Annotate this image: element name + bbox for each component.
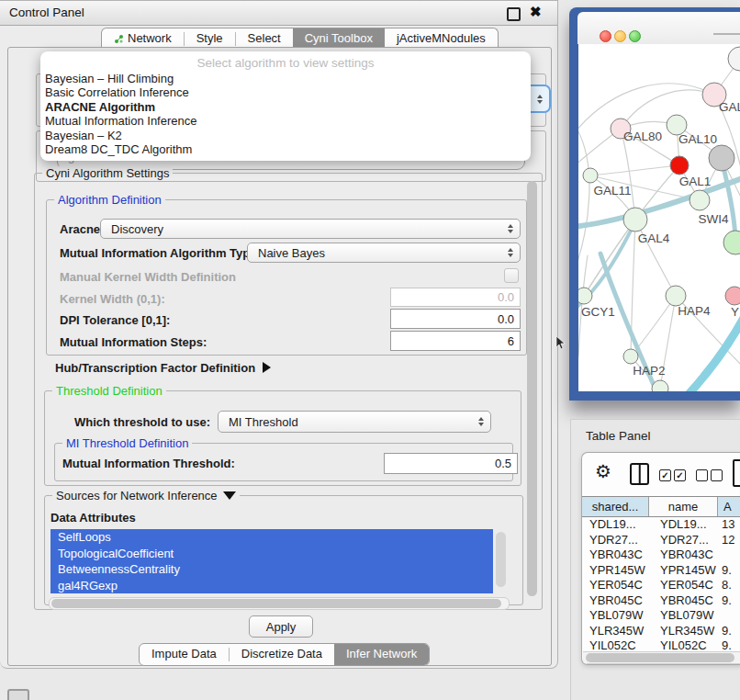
select-all-checkbox-icon[interactable]: ✓ bbox=[674, 469, 686, 481]
table-cell: YIL052C bbox=[649, 638, 718, 651]
toolbar-edge-line bbox=[713, 33, 740, 35]
table-cell: YDL19... bbox=[649, 517, 718, 533]
table-cell: 9. bbox=[718, 638, 732, 651]
minimize-traffic-light[interactable] bbox=[614, 30, 626, 42]
network-node[interactable] bbox=[728, 47, 740, 71]
close-traffic-light[interactable] bbox=[600, 30, 611, 42]
float-window-icon[interactable] bbox=[507, 7, 521, 21]
control-panel-window: Control Panel ✖ Network Style Select Cyn… bbox=[0, 0, 558, 669]
aracne-mode-combobox[interactable]: Discovery bbox=[100, 219, 521, 239]
node-label: GAL1 bbox=[679, 175, 712, 188]
deselect-all-checkbox-icon[interactable] bbox=[696, 469, 708, 481]
cyni-bottom-tabs: Impute Data Discretize Data Infer Networ… bbox=[139, 643, 430, 666]
mi-type-combobox[interactable]: Naive Bayes bbox=[247, 243, 521, 263]
algorithm-dropdown-popup: Select algorithm to view settings Bayesi… bbox=[40, 51, 531, 161]
mi-threshold-input[interactable]: 0.5 bbox=[384, 453, 518, 474]
dpi-tolerance-input[interactable]: 0.0 bbox=[390, 309, 521, 329]
table-row[interactable]: YBL079WYBL079W bbox=[582, 608, 740, 624]
table-cell: 9. bbox=[718, 563, 732, 579]
which-threshold-combobox[interactable]: MI Threshold bbox=[218, 411, 491, 433]
table-panel: Table Panel ⚙ ✓ ✓ shared... name A YDL19… bbox=[570, 419, 740, 700]
attributes-hscrollbar[interactable] bbox=[49, 597, 510, 610]
table-row[interactable]: YER054CYER054C8. bbox=[582, 578, 740, 593]
gear-icon[interactable]: ⚙ bbox=[595, 460, 611, 482]
table-row[interactable]: YBR045CYBR045C9. bbox=[582, 593, 740, 609]
tab-discretize-data[interactable]: Discretize Data bbox=[230, 644, 334, 665]
table-cell: YPR145W bbox=[649, 563, 718, 579]
sources-group: Sources for Network Inference Data Attri… bbox=[44, 495, 523, 605]
table-row[interactable]: YDL19...YDL19...13 bbox=[582, 517, 740, 533]
node-label: GAL11 bbox=[593, 184, 631, 198]
algorithm-option[interactable]: Dream8 DC_TDC Algorithm bbox=[40, 142, 531, 156]
close-icon[interactable]: ✖ bbox=[530, 4, 542, 20]
attribute-item[interactable]: BetweennessCentrality bbox=[50, 561, 493, 578]
network-node-gal4[interactable] bbox=[623, 208, 647, 231]
network-node[interactable] bbox=[723, 231, 740, 254]
network-node[interactable] bbox=[709, 145, 734, 171]
attribute-item[interactable]: SelfLoops bbox=[50, 529, 493, 546]
tab-label: jActiveMNodules bbox=[397, 31, 486, 45]
network-node-hap4[interactable] bbox=[666, 286, 686, 306]
table-row[interactable]: YDR27...YDR27...12 bbox=[582, 533, 740, 548]
table-cell bbox=[718, 608, 722, 624]
table-cell: YBL079W bbox=[582, 608, 649, 624]
node-label: HAP4 bbox=[678, 304, 711, 318]
manual-kernel-checkbox[interactable] bbox=[504, 268, 519, 283]
algorithm-option[interactable]: Basic Correlation Inference bbox=[40, 85, 531, 99]
table-cell: YLR345W bbox=[649, 624, 718, 639]
tab-label: Network bbox=[128, 31, 172, 45]
tab-impute-data[interactable]: Impute Data bbox=[140, 644, 229, 665]
apply-button[interactable]: Apply bbox=[249, 615, 313, 638]
network-canvas[interactable]: GALGAL80GAL10GAL1GAL11GAL4SWI4GCY1HAP4YH… bbox=[578, 44, 740, 391]
kernel-width-input[interactable]: 0.0 bbox=[390, 288, 521, 307]
table-cell: YIL052C bbox=[582, 638, 649, 651]
node-label: GAL bbox=[719, 100, 740, 114]
table-hscrollbar[interactable] bbox=[583, 651, 740, 664]
control-panel-titlebar: Control Panel ✖ bbox=[0, 1, 557, 26]
split-panel-icon[interactable] bbox=[630, 463, 649, 485]
select-all-checkbox-icon[interactable]: ✓ bbox=[659, 469, 671, 481]
data-attributes-list[interactable]: SelfLoopsTopologicalCoefficientBetweenne… bbox=[50, 529, 493, 593]
attribute-item[interactable]: gal4RGexp bbox=[50, 578, 493, 594]
sources-header[interactable]: Sources for Network Inference bbox=[52, 489, 240, 502]
table-row[interactable]: YBR043CYBR043C bbox=[582, 548, 740, 563]
table-cell: 8. bbox=[718, 578, 732, 593]
which-threshold-label: Which threshold to use: bbox=[74, 415, 210, 429]
network-node-gcy1[interactable] bbox=[578, 288, 592, 304]
mi-steps-value: 6 bbox=[508, 334, 514, 348]
file-icon[interactable] bbox=[733, 459, 740, 487]
network-node[interactable] bbox=[670, 156, 689, 175]
table-row[interactable]: YPR145WYPR145W9. bbox=[582, 563, 740, 579]
group-title: Threshold Definition bbox=[52, 384, 166, 398]
column-header-shared-name[interactable]: shared... bbox=[582, 497, 649, 516]
node-label: GAL80 bbox=[623, 130, 662, 143]
attribute-item[interactable]: TopologicalCoefficient bbox=[50, 546, 493, 562]
node-label: GAL4 bbox=[638, 231, 670, 245]
table-cell: YBR043C bbox=[582, 548, 649, 563]
zoom-traffic-light[interactable] bbox=[629, 30, 641, 42]
algorithm-option[interactable]: Bayesian – K2 bbox=[40, 129, 531, 142]
settings-scrollbar[interactable] bbox=[526, 179, 538, 602]
mi-steps-input[interactable]: 6 bbox=[390, 331, 521, 351]
table-cell: YDR27... bbox=[582, 533, 649, 548]
hub-definition-expander[interactable]: Hub/Transcription Factor Definition bbox=[55, 359, 271, 376]
node-label: SWI4 bbox=[698, 212, 728, 226]
table-row[interactable]: YIL052CYIL052C9. bbox=[582, 638, 740, 651]
tab-infer-network[interactable]: Infer Network bbox=[334, 644, 429, 665]
network-node-y[interactable] bbox=[725, 287, 740, 305]
deselect-all-checkbox-icon[interactable] bbox=[711, 469, 723, 481]
column-header-name[interactable]: name bbox=[649, 497, 718, 516]
column-header-partial[interactable]: A bbox=[718, 497, 740, 516]
algorithm-option[interactable]: Bayesian – Hill Climbing bbox=[40, 72, 531, 85]
algorithm-option[interactable]: Mutual Information Inference bbox=[40, 114, 531, 128]
collapse-down-icon bbox=[223, 491, 236, 500]
network-node-gal1[interactable] bbox=[690, 190, 710, 210]
attributes-scrollbar[interactable] bbox=[495, 529, 507, 593]
network-node-hap2[interactable] bbox=[623, 349, 638, 364]
mi-type-label: Mutual Information Algorithm Type: bbox=[60, 246, 261, 260]
network-node-gal11[interactable] bbox=[583, 168, 598, 183]
dock-panel-icon[interactable] bbox=[7, 689, 29, 700]
table-cell bbox=[718, 548, 722, 563]
table-row[interactable]: YLR345WYLR345W9. bbox=[582, 624, 740, 639]
algorithm-option[interactable]: ARACNE Algorithm bbox=[40, 100, 531, 114]
